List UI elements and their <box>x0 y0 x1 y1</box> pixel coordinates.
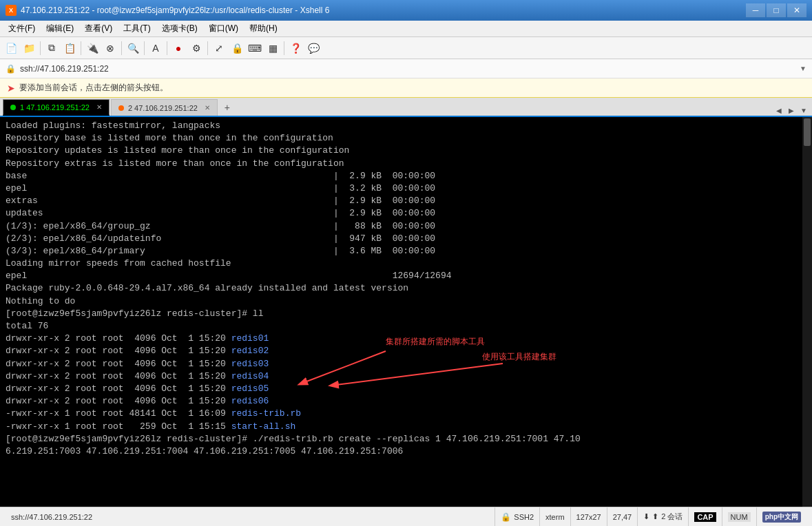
terminal-line: drwxr-xr-x 2 root root 4096 Oct 1 15:20 … <box>6 383 797 395</box>
tab-2[interactable]: 2 47.106.219.251:22 ✕ <box>111 99 218 116</box>
help-button[interactable]: ❓ <box>287 40 304 56</box>
separator2 <box>81 41 81 55</box>
menu-item-1[interactable]: 编辑(E) <box>41 21 79 36</box>
tab-1-label: 1 47.106.219.251:22 <box>20 103 90 112</box>
info-text: 要添加当前会话，点击左侧的箭头按钮。 <box>19 82 168 94</box>
num-badge: NUM <box>728 512 751 522</box>
disconnect-button[interactable]: ⊗ <box>102 40 118 56</box>
status-num: NUM <box>722 507 757 526</box>
scrollbar-vertical[interactable] <box>802 117 812 507</box>
cap-badge: CAP <box>694 512 716 522</box>
arrow-icon: ➤ <box>7 83 15 94</box>
menu-item-5[interactable]: 窗口(W) <box>203 21 244 36</box>
status-encoding-text: xterm <box>545 513 565 521</box>
new-session-button[interactable]: 📄 <box>3 40 19 56</box>
terminal-line: 6.219.251:7003 47.106.219.251:7004 47.10… <box>6 445 797 458</box>
menu-item-3[interactable]: 工具(T) <box>118 21 156 36</box>
terminal-line: drwxr-xr-x 2 root root 4096 Oct 1 15:20 … <box>6 358 797 370</box>
status-cursor: 27,47 <box>607 507 638 526</box>
ssh-icon: 🔒 <box>501 512 511 522</box>
addressbar: 🔒 ssh://47.106.219.251:22 ▼ <box>0 59 812 78</box>
tab-active-dot <box>10 105 16 110</box>
terminal-line: (1/3): epel/x86_64/group_gz | 88 kB 00:0… <box>6 220 797 233</box>
connect-button[interactable]: 🔌 <box>84 40 101 56</box>
keyboard-button[interactable]: ⌨ <box>247 40 263 56</box>
terminal-line: (3/3): epel/x86_64/primary | 3.6 MB 00:0… <box>6 245 797 257</box>
menu-item-6[interactable]: 帮助(H) <box>244 21 283 36</box>
separator3 <box>121 41 122 55</box>
setting2-button[interactable]: ⚙ <box>188 40 205 56</box>
menu-item-0[interactable]: 文件(F) <box>3 21 41 36</box>
titlebar-controls: ─ □ ✕ <box>746 3 806 17</box>
separator6 <box>207 41 208 55</box>
terminal-line: Nothing to do <box>6 295 797 308</box>
terminal-line: Package ruby-2.0.0.648-29.4.al7.x86_64 a… <box>6 282 797 295</box>
menu-item-2[interactable]: 查看(V) <box>79 21 118 36</box>
terminal-line: drwxr-xr-x 2 root root 4096 Oct 1 15:20 … <box>6 345 797 357</box>
terminal-line: [root@izwz9ef5sjam9pvfyiz26lz redis-clus… <box>6 308 797 320</box>
tab-1[interactable]: 1 47.106.219.251:22 ✕ <box>3 99 110 116</box>
tabbar: 1 47.106.219.251:22 ✕ 2 47.106.219.251:2… <box>0 98 812 117</box>
status-cap: CAP <box>689 507 722 526</box>
tab-1-close[interactable]: ✕ <box>96 103 102 111</box>
address-icon: 🔒 <box>6 64 16 74</box>
status-sessions-text: 2 会话 <box>661 512 683 522</box>
layout-button[interactable]: ▦ <box>264 40 281 56</box>
terminal-line: drwxr-xr-x 2 root root 4096 Oct 1 15:20 … <box>6 333 797 345</box>
terminal-line: Loading mirror speeds from cached hostfi… <box>6 257 797 270</box>
titlebar-left: X 47.106.219.251:22 - root@izwz9ef5sjam9… <box>6 5 329 16</box>
infobar: ➤ 要添加当前会话，点击左侧的箭头按钮。 <box>0 78 812 98</box>
terminal-line: -rwxr-xr-x 1 root root 48141 Oct 1 16:09… <box>6 408 797 420</box>
php-logo-section: php中文网 <box>757 507 806 526</box>
terminal-line: base | 2.9 kB 00:00:00 <box>6 170 797 182</box>
expand-button[interactable]: ⤢ <box>211 40 227 56</box>
status-address-text: ssh://47.106.219.251:22 <box>11 513 92 521</box>
terminal-line: Loaded plugins: fastestmirror, langpacks <box>6 120 797 132</box>
tab-menu-button[interactable]: ▼ <box>798 105 809 116</box>
terminal-line: epel 12694/12694 <box>6 270 797 282</box>
add-tab-button[interactable]: + <box>219 99 236 116</box>
scroll-thumb[interactable] <box>804 118 811 146</box>
separator7 <box>284 41 284 55</box>
tab-nav: ◀ ▶ ▼ <box>773 105 809 116</box>
tab-2-close[interactable]: ✕ <box>205 104 210 112</box>
terminal[interactable]: Loaded plugins: fastestmirror, langpacks… <box>0 117 802 507</box>
chat-button[interactable]: 💬 <box>305 40 322 56</box>
minimize-button[interactable]: ─ <box>746 3 765 17</box>
status-download-icon: ⬇ <box>643 512 649 521</box>
color-button[interactable]: ● <box>170 40 187 56</box>
tab-dot <box>118 105 124 111</box>
terminal-wrapper: Loaded plugins: fastestmirror, langpacks… <box>0 117 812 507</box>
lock-button[interactable]: 🔒 <box>229 40 245 56</box>
terminal-line: updates | 2.9 kB 00:00:00 <box>6 207 797 220</box>
terminal-line: [root@izwz9ef5sjam9pvfyiz26lz redis-clus… <box>6 433 797 445</box>
php-logo: php中文网 <box>762 512 801 523</box>
tab-2-label: 2 47.106.219.251:22 <box>128 104 198 112</box>
open-button[interactable]: 📁 <box>21 40 37 56</box>
terminal-line: Repository extras is listed more than on… <box>6 158 797 170</box>
find-button[interactable]: 🔍 <box>125 40 141 56</box>
terminal-line: drwxr-xr-x 2 root root 4096 Oct 1 15:20 … <box>6 370 797 383</box>
status-address: ssh://47.106.219.251:22 <box>6 507 495 526</box>
status-dimensions: 127x27 <box>571 507 607 526</box>
titlebar: X 47.106.219.251:22 - root@izwz9ef5sjam9… <box>0 0 812 21</box>
status-dimensions-text: 127x27 <box>576 513 601 521</box>
terminal-line: drwxr-xr-x 2 root root 4096 Oct 1 15:20 … <box>6 395 797 408</box>
tab-prev-button[interactable]: ◀ <box>773 105 784 116</box>
statusbar: ssh://47.106.219.251:22 🔒 SSH2 xterm 127… <box>0 507 812 526</box>
maximize-button[interactable]: □ <box>767 3 786 17</box>
status-cursor-text: 27,47 <box>613 513 632 521</box>
close-button[interactable]: ✕ <box>787 3 806 17</box>
terminal-line: Repository base is listed more than once… <box>6 132 797 145</box>
toolbar: 📄 📁 ⧉ 📋 🔌 ⊗ 🔍 A ● ⚙ ⤢ 🔒 ⌨ ▦ ❓ 💬 <box>0 37 812 59</box>
font-button[interactable]: A <box>147 40 164 56</box>
terminal-line: epel | 3.2 kB 00:00:00 <box>6 182 797 195</box>
address-dropdown[interactable]: ▼ <box>800 65 806 72</box>
tab-next-button[interactable]: ▶ <box>786 105 797 116</box>
status-upload-icon: ⬆ <box>652 512 658 521</box>
copy-button[interactable]: ⧉ <box>43 40 60 56</box>
separator <box>40 41 41 55</box>
paste-button[interactable]: 📋 <box>61 40 78 56</box>
menubar: 文件(F)编辑(E)查看(V)工具(T)选项卡(B)窗口(W)帮助(H) <box>0 21 812 37</box>
menu-item-4[interactable]: 选项卡(B) <box>156 21 203 36</box>
